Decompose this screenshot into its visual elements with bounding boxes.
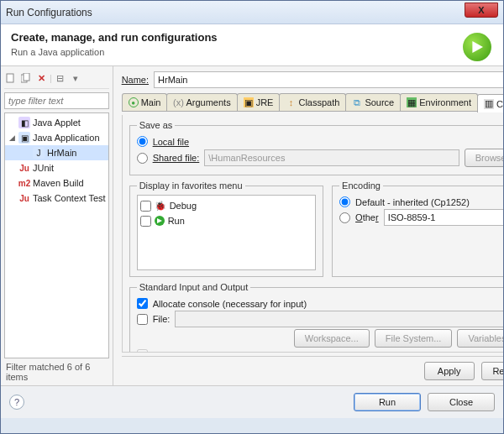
source-tab-icon: ⧉ bbox=[352, 97, 362, 107]
workspace-button: Workspace... bbox=[294, 329, 370, 348]
main-tab-icon: ● bbox=[129, 97, 139, 107]
file-output-check[interactable] bbox=[137, 314, 148, 325]
tab-jre[interactable]: ▣JRE bbox=[237, 93, 281, 111]
titlebar: Run Configurations X bbox=[1, 1, 503, 24]
close-button[interactable]: Close bbox=[428, 393, 495, 411]
jre-tab-icon: ▣ bbox=[244, 97, 254, 107]
stdio-group: Standard Input and Output Allocate conso… bbox=[129, 282, 504, 353]
shared-file-label: Shared file: bbox=[153, 153, 200, 163]
favorites-group: Display in favorites menu 🐞Debug Run bbox=[129, 180, 323, 277]
filter-button[interactable]: ▾ bbox=[69, 71, 82, 85]
tree-junit[interactable]: JuJUnit bbox=[5, 160, 108, 175]
allocate-console-label: Allocate console (necessary for input) bbox=[153, 299, 307, 309]
run-icon bbox=[463, 33, 491, 61]
run-small-icon bbox=[155, 216, 165, 226]
svg-marker-0 bbox=[472, 41, 483, 53]
tree-java-applet[interactable]: ◧Java Applet bbox=[5, 115, 108, 130]
dialog-footer: ? Run Close bbox=[1, 385, 503, 418]
dialog-header: Create, manage, and run configurations R… bbox=[1, 24, 503, 66]
favorite-run[interactable]: Run bbox=[140, 213, 312, 228]
sidebar-toolbar: ✕ | ⊟ ▾ bbox=[4, 70, 109, 89]
append-label: Append bbox=[153, 350, 185, 353]
revert-button[interactable]: Revert bbox=[481, 362, 504, 380]
shared-file-radio[interactable] bbox=[137, 153, 148, 164]
save-as-group: Save as Local file Shared file: Browse..… bbox=[129, 120, 504, 175]
shared-file-input bbox=[204, 149, 459, 166]
tab-source[interactable]: ⧉Source bbox=[345, 93, 401, 111]
favorite-debug[interactable]: 🐞Debug bbox=[140, 198, 312, 213]
tab-bar: ●Main (x)Arguments ▣JRE ↕Classpath ⧉Sour… bbox=[122, 93, 504, 112]
apply-revert-bar: Apply Revert bbox=[122, 356, 504, 385]
tree-task-context-test[interactable]: JuTask Context Test bbox=[5, 191, 108, 206]
browse-button: Browse... bbox=[465, 149, 504, 167]
allocate-console-check[interactable] bbox=[137, 298, 148, 309]
tree-maven-build[interactable]: m2Maven Build bbox=[5, 175, 108, 191]
encoding-default-radio[interactable] bbox=[339, 196, 350, 207]
favorites-list[interactable]: 🐞Debug Run bbox=[137, 195, 316, 270]
dialog-title: Create, manage, and run configurations bbox=[11, 31, 493, 44]
common-tab-icon: ▥ bbox=[484, 99, 494, 109]
common-panel: Save as Local file Shared file: Browse..… bbox=[122, 115, 504, 353]
encoding-group: Encoding Default - inherited (Cp1252) Ot… bbox=[332, 180, 504, 277]
encoding-other-select bbox=[384, 209, 504, 226]
duplicate-config-button[interactable] bbox=[19, 71, 33, 85]
tree-hrmain[interactable]: JHrMain bbox=[5, 145, 108, 160]
collapse-all-button[interactable]: ⊟ bbox=[54, 71, 67, 85]
local-file-label: Local file bbox=[153, 137, 189, 147]
window-close-button[interactable]: X bbox=[465, 3, 498, 18]
filter-matched-label: Filter matched 6 of 6 items bbox=[4, 358, 109, 385]
window-title: Run Configurations bbox=[6, 7, 92, 18]
file-output-input bbox=[175, 311, 504, 327]
classpath-tab-icon: ↕ bbox=[286, 97, 296, 107]
tab-arguments[interactable]: (x)Arguments bbox=[166, 93, 237, 111]
sidebar: ✕ | ⊟ ▾ ◧Java Applet ◢▣Java Application … bbox=[1, 66, 113, 385]
tab-classpath[interactable]: ↕Classpath bbox=[279, 93, 346, 111]
name-label: Name: bbox=[122, 75, 149, 85]
tab-main[interactable]: ●Main bbox=[122, 93, 168, 111]
apply-button[interactable]: Apply bbox=[424, 362, 475, 380]
dialog-subtitle: Run a Java application bbox=[11, 47, 493, 57]
svg-rect-1 bbox=[7, 74, 13, 82]
arguments-tab-icon: (x) bbox=[173, 97, 183, 107]
local-file-radio[interactable] bbox=[137, 136, 148, 147]
name-input[interactable] bbox=[154, 71, 504, 88]
run-button[interactable]: Run bbox=[354, 393, 421, 411]
file-output-label: File: bbox=[153, 314, 171, 324]
encoding-other-radio[interactable] bbox=[339, 212, 350, 223]
main-panel: Name: ●Main (x)Arguments ▣JRE ↕Classpath… bbox=[113, 66, 504, 385]
append-check bbox=[137, 349, 148, 353]
svg-rect-3 bbox=[24, 73, 29, 81]
filesystem-button: File System... bbox=[375, 329, 453, 348]
variables-button: Variables... bbox=[457, 329, 504, 348]
encoding-other-label: Other bbox=[355, 212, 379, 222]
tree-java-application[interactable]: ◢▣Java Application bbox=[5, 130, 108, 145]
tab-common[interactable]: ▥Common bbox=[477, 94, 504, 112]
filter-input[interactable] bbox=[4, 92, 109, 109]
delete-config-button[interactable]: ✕ bbox=[34, 71, 48, 85]
debug-icon: 🐞 bbox=[155, 201, 166, 212]
environment-tab-icon: ▦ bbox=[407, 97, 417, 107]
new-config-button[interactable] bbox=[4, 71, 18, 85]
config-tree[interactable]: ◧Java Applet ◢▣Java Application JHrMain … bbox=[4, 112, 109, 358]
help-button[interactable]: ? bbox=[9, 395, 24, 410]
encoding-default-label: Default - inherited (Cp1252) bbox=[355, 197, 470, 207]
tab-environment[interactable]: ▦Environment bbox=[400, 93, 478, 111]
svg-marker-4 bbox=[157, 218, 162, 223]
